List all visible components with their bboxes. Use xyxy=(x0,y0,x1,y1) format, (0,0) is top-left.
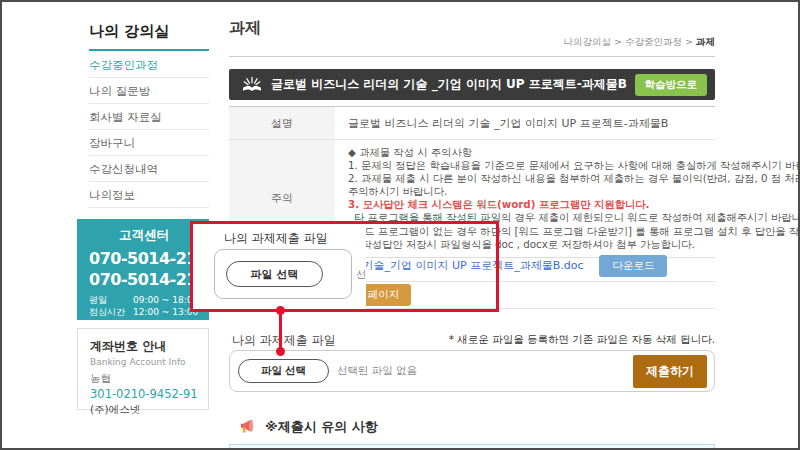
submit-button[interactable]: 제출하기 xyxy=(633,355,707,388)
megaphone-icon xyxy=(239,417,258,436)
customer-center-title: 고객센터 xyxy=(89,227,199,244)
customer-center-phone-2: 070-5014-217 xyxy=(89,269,209,290)
description-row: 설명 글로벌 비즈니스 리더의 기술 _기업 이미지 UP 프로젝트-과제물B xyxy=(229,107,715,140)
auto-delete-note: * 새로운 파일을 등록하면 기존 파일은 자동 삭제 됩니다. xyxy=(229,333,715,347)
callout-file-status-text: 선택된 파일 없음 xyxy=(356,268,366,282)
caution-line: 2. 과제물 제출 시 다른 분이 작성하신 내용을 첨부하여 제출하는 경우 … xyxy=(348,172,800,185)
bank-account-holder: (주)에스넷 xyxy=(90,403,208,417)
customer-center-phone-1: 070-5014-217 xyxy=(89,248,209,269)
sidebar-item-company-materials[interactable]: 회사별 자료실 xyxy=(89,104,209,130)
customer-center-hours: 평일09:00 ~ 18:00 점심시간12:00 ~ 13:00 xyxy=(89,294,209,318)
sidebar-item-cart[interactable]: 장바구니 xyxy=(89,130,209,156)
file-upload-box: 파일 선택 선택된 파일 없음 제출하기 xyxy=(229,350,715,392)
sidebar-menu: 수강중인과정 나의 질문방 회사별 자료실 장바구니 수강신청내역 나의정보 xyxy=(89,52,209,208)
submission-notice-title: ※제출시 유의 사항 xyxy=(265,418,378,436)
sidebar-item-enrollment-history[interactable]: 수강신청내역 xyxy=(89,156,209,182)
caution-line: 1. 문제의 정답은 학습내용을 기준으로 문제에서 요구하는 사항에 대해 충… xyxy=(348,159,800,172)
sidebar-item-my-questions[interactable]: 나의 질문방 xyxy=(89,78,209,104)
caution-line: 타 프로그램을 통해 작성된 파일의 경우 제출이 제한되오니 워드로 작성하여… xyxy=(348,211,800,224)
breadcrumb-assignment: 과제 xyxy=(696,36,715,47)
submission-notice-box xyxy=(229,444,715,450)
bank-account-subtitle: Banking Account Info xyxy=(90,357,208,367)
course-header-bar: 글로벌 비즈니스 리더의 기술 _기업 이미지 UP 프로젝트-과제물B 학습방… xyxy=(229,69,715,100)
customer-center-box: 고객센터 070-5014-217 070-5014-217 평일09:00 ~… xyxy=(77,219,209,320)
callout-submission-label: 나의 과제제출 파일 xyxy=(224,230,328,247)
callout-upload-box: 파일 선택 xyxy=(214,249,352,299)
description-value: 글로벌 비즈니스 리더의 기술 _기업 이미지 UP 프로젝트-과제물B xyxy=(335,107,715,139)
bank-name: 농협 xyxy=(90,372,208,386)
book-icon xyxy=(241,76,263,94)
bank-account-number: 301-0210-9452-91 xyxy=(90,387,208,401)
breadcrumb-current-courses[interactable]: 수강중인과정 xyxy=(625,36,682,47)
sidebar-title-underline xyxy=(89,49,209,51)
caution-line: 워드 프로그램이 없는 경우 하단의 [워드 프로그램 다운받기] 를 통해 프… xyxy=(348,225,800,238)
caution-line: 주의하시기 바랍니다. xyxy=(348,185,800,198)
callout-leader-dot-top xyxy=(276,306,285,315)
sidebar-item-my-info[interactable]: 나의정보 xyxy=(89,182,209,208)
hours-lunch-value: 12:00 ~ 13:00 xyxy=(133,306,198,318)
hours-weekday-label: 평일 xyxy=(89,294,133,306)
bank-account-title: 계좌번호 안내 xyxy=(90,338,208,355)
go-to-classroom-button[interactable]: 학습방으로 xyxy=(635,74,708,96)
callout-leader-line xyxy=(279,310,282,352)
caution-text: ◆ 과제물 작성 시 주의사항 1. 문제의 정답은 학습내용을 기준으로 문제… xyxy=(335,140,800,257)
title-divider xyxy=(229,56,715,57)
caution-line-copy-check-warning: 3. 모사답안 체크 시스템은 워드(word) 프로그램만 지원합니다. xyxy=(348,198,800,211)
callout-panel: 나의 과제제출 파일 파일 선택 선택된 파일 없음 xyxy=(193,224,366,309)
breadcrumb-separator: > xyxy=(685,36,693,47)
breadcrumb-my-classroom[interactable]: 나의강의실 xyxy=(563,36,611,47)
hours-weekday-value: 09:00 ~ 18:00 xyxy=(133,294,198,306)
sidebar-title: 나의 강의실 xyxy=(89,22,169,41)
callout-leader-dot-bottom xyxy=(276,347,285,356)
caution-line: ** 작성답안 저장시 파일형식을 doc , docx로 저장하셔야 첨부 가… xyxy=(348,238,800,251)
sidebar-item-current-courses[interactable]: 수강중인과정 xyxy=(89,52,209,78)
breadcrumb-separator: > xyxy=(614,36,622,47)
file-select-button[interactable]: 파일 선택 xyxy=(238,359,329,383)
breadcrumb: 나의강의실 > 수강중인과정 > 과제 xyxy=(229,36,715,49)
course-title: 글로벌 비즈니스 리더의 기술 _기업 이미지 UP 프로젝트-과제물B xyxy=(271,76,635,93)
submission-notice-header: ※제출시 유의 사항 xyxy=(239,417,378,436)
hours-lunch-label: 점심시간 xyxy=(89,306,133,318)
caution-line: ◆ 과제물 작성 시 주의사항 xyxy=(348,146,800,159)
description-label: 설명 xyxy=(229,107,335,139)
lms-assignment-page: 나의 강의실 수강중인과정 나의 질문방 회사별 자료실 장바구니 수강신청내역… xyxy=(0,0,800,450)
bank-account-box: 계좌번호 안내 Banking Account Info 농협 301-0210… xyxy=(77,328,209,410)
download-button[interactable]: 다운로드 xyxy=(599,255,667,277)
callout-file-select-button: 파일 선택 xyxy=(226,261,323,287)
file-status-text: 선택된 파일 없음 xyxy=(337,364,417,378)
